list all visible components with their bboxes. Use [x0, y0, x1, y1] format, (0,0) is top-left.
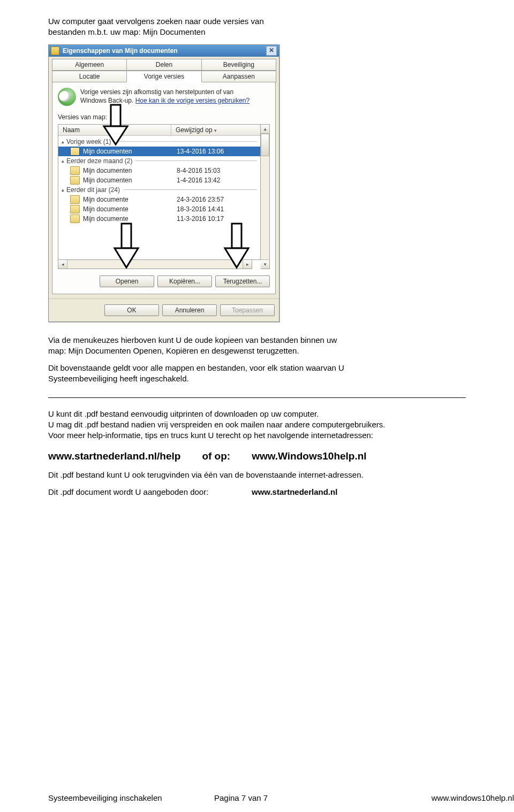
- list-group-header[interactable]: ▴Eerder dit jaar (24): [58, 185, 260, 195]
- group-label: Eerder dit jaar (24): [66, 186, 120, 194]
- tabs-row-1: Algemeen Delen Beveiliging: [52, 59, 276, 71]
- list-item[interactable]: Mijn documenten1-4-2016 13:42: [58, 175, 260, 185]
- list-header: Naam Gewijzigd op▾: [58, 125, 260, 136]
- list-item[interactable]: Mijn documenten13-4-2016 13:06: [58, 147, 260, 156]
- offered-by-label: Dit .pdf document wordt U aangeboden doo…: [48, 487, 252, 496]
- row-name: Mijn documente: [83, 205, 177, 213]
- footer-center: Pagina 7 van 7: [214, 793, 353, 802]
- collapse-icon: ▴: [62, 158, 64, 164]
- ok-button[interactable]: OK: [104, 304, 159, 316]
- annuleren-button[interactable]: Annuleren: [162, 304, 217, 316]
- horizontal-rule: [48, 397, 466, 398]
- list-group-header[interactable]: ▴Eerder deze maand (2): [58, 156, 260, 166]
- openen-button[interactable]: Openen: [100, 275, 154, 287]
- panel-action-row: Openen Kopiëren... Terugzetten...: [58, 275, 270, 287]
- column-naam[interactable]: Naam: [58, 125, 171, 135]
- tab-aanpassen[interactable]: Aanpassen: [201, 71, 276, 82]
- para1-line1: Via de menukeuzes hierboven kunt U de ou…: [48, 335, 337, 344]
- row-name: Mijn documenten: [83, 148, 177, 155]
- group-line: [135, 160, 257, 161]
- sort-desc-icon: ▾: [214, 128, 217, 133]
- folder-icon: [70, 176, 80, 185]
- para3-line1: U kunt dit .pdf bestand eenvoudig uitpri…: [48, 409, 319, 418]
- row-name: Mijn documenten: [83, 177, 177, 184]
- row-name: Mijn documente: [83, 196, 177, 203]
- tab-algemeen[interactable]: Algemeen: [52, 59, 127, 71]
- list-item[interactable]: Mijn documente24-3-2016 23:57: [58, 195, 260, 204]
- row-date: 24-3-2016 23:57: [177, 196, 257, 203]
- list-item[interactable]: Mijn documente18-3-2016 14:41: [58, 204, 260, 214]
- close-icon[interactable]: ✕: [266, 46, 277, 56]
- group-label: Vorige week (1): [66, 138, 111, 145]
- list-group-header[interactable]: ▴Vorige week (1): [58, 137, 260, 147]
- para3-line2: U mag dit .pdf bestand nadien vrij versp…: [48, 420, 386, 429]
- toepassen-button[interactable]: Toepassen: [220, 304, 275, 316]
- folder-icon: [70, 195, 80, 204]
- para1-line2: map: Mijn Documenten Openen, Kopiëren en…: [48, 346, 299, 355]
- row-date: 11-3-2016 10:17: [177, 215, 257, 223]
- help-links-row: www.startnederland.nl/help of op: www.Wi…: [48, 450, 466, 462]
- offered-by-value[interactable]: www.startnederland.nl: [252, 487, 337, 496]
- group-label: Eerder deze maand (2): [66, 157, 132, 165]
- row-date: 18-3-2016 14:41: [177, 205, 257, 213]
- folder-icon: [51, 47, 59, 55]
- panel-description: Vorige versies zijn afkomstig van herste…: [80, 88, 250, 106]
- footer-right: www.windows10help.nl: [353, 793, 514, 802]
- tab-panel-vorige-versies: Vorige versies zijn afkomstig van herste…: [52, 82, 276, 294]
- kopieren-button[interactable]: Kopiëren...: [157, 275, 212, 287]
- collapse-icon: ▴: [62, 139, 64, 144]
- intro-line-2: bestanden m.b.t. uw map: Mijn Documenten: [48, 27, 205, 36]
- scrollbar-track[interactable]: [67, 260, 243, 269]
- folder-icon: [70, 166, 80, 175]
- folder-icon: [70, 215, 80, 223]
- folder-icon: [70, 147, 80, 156]
- horizontal-scrollbar[interactable]: ◂ ▸: [58, 260, 252, 269]
- scroll-up-icon[interactable]: ▴: [261, 125, 269, 134]
- footer-left: Systeembeveiliging inschakelen: [48, 793, 214, 802]
- terugzetten-button[interactable]: Terugzetten...: [215, 275, 270, 287]
- link-windows10help[interactable]: www.Windows10help.nl: [252, 450, 366, 462]
- row-date: 8-4-2016 15:03: [177, 167, 257, 174]
- scrollbar-thumb[interactable]: [261, 134, 269, 156]
- list-item[interactable]: Mijn documente11-3-2016 10:17: [58, 214, 260, 224]
- scrollbar-track-v[interactable]: [261, 134, 269, 259]
- restore-icon: [58, 88, 76, 106]
- scroll-left-icon[interactable]: ◂: [58, 260, 67, 269]
- row-name: Mijn documente: [83, 215, 177, 223]
- tab-vorige-versies[interactable]: Vorige versies: [126, 71, 201, 82]
- group-line: [123, 189, 257, 190]
- tabs-row-2: Locatie Vorige versies Aanpassen: [52, 71, 276, 82]
- scroll-down-icon[interactable]: ▾: [261, 259, 269, 269]
- row-name: Mijn documenten: [83, 167, 177, 174]
- list-item[interactable]: Mijn documenten8-4-2016 15:03: [58, 166, 260, 175]
- properties-dialog: Eigenschappen van Mijn documenten ✕ Alge…: [48, 44, 279, 322]
- versions-list: Naam Gewijzigd op▾ ▴Vorige week (1)Mijn …: [58, 124, 261, 260]
- dialog-titlebar: Eigenschappen van Mijn documenten ✕: [49, 45, 279, 57]
- vertical-scrollbar[interactable]: ▴ ▾: [261, 124, 270, 269]
- explain-line-1: Vorige versies zijn afkomstig van herste…: [80, 88, 233, 96]
- row-date: 1-4-2016 13:42: [177, 177, 257, 184]
- offered-by-row: Dit .pdf document wordt U aangeboden doo…: [48, 487, 466, 496]
- para2-line2: Systeembeveiliging heeft ingeschakeld.: [48, 374, 189, 383]
- dialog-title: Eigenschappen van Mijn documenten: [63, 47, 266, 55]
- row-date: 13-4-2016 13:06: [177, 148, 257, 155]
- link-startnederland-help[interactable]: www.startnederland.nl/help: [48, 450, 180, 462]
- explain-line-2: Windows Back-up.: [80, 97, 135, 104]
- dialog-bottom-row: OK Annuleren Toepassen: [49, 298, 279, 321]
- para4: Dit .pdf bestand kunt U ook terugvinden …: [48, 470, 364, 479]
- column-gewijzigd-op[interactable]: Gewijzigd op▾: [171, 125, 260, 135]
- tab-beveiliging[interactable]: Beveiliging: [201, 59, 276, 71]
- para3-line3: Voor meer help-informatie, tips en trucs…: [48, 431, 373, 440]
- scroll-right-icon[interactable]: ▸: [243, 260, 252, 269]
- versions-label: Versies van map:: [58, 113, 270, 121]
- page-footer: Systeembeveiliging inschakelen Pagina 7 …: [48, 793, 514, 802]
- collapse-icon: ▴: [62, 187, 64, 193]
- group-line: [114, 141, 257, 142]
- tab-delen[interactable]: Delen: [126, 59, 201, 71]
- folder-icon: [70, 205, 80, 213]
- link-separator: of op:: [202, 450, 230, 462]
- column-date-label: Gewijzigd op: [176, 126, 213, 134]
- intro-line-1: Uw computer gaat vervolgens zoeken naar …: [48, 17, 264, 26]
- help-link[interactable]: Hoe kan ik de vorige versies gebruiken?: [135, 97, 250, 104]
- tab-locatie[interactable]: Locatie: [52, 71, 127, 82]
